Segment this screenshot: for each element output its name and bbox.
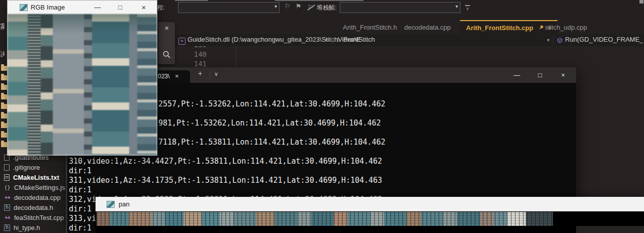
maximize-button[interactable]: □ [113,1,128,14]
window-corner [639,0,643,4]
breadcrumb-member[interactable]: Run(GD_VIDEO_FRAME_S in [565,36,643,43]
pan-window[interactable]: pan [96,197,644,233]
pan-window-titlebar[interactable]: pan [96,197,644,211]
rgb-window-titlebar[interactable]: RGB Image — □ × [8,1,157,15]
file-name: hi_type.h [14,224,40,231]
caret-down-icon[interactable]: ▾ [325,37,328,43]
chevron-down-icon[interactable]: ∨ [214,71,218,77]
line-number: 141 [190,60,207,68]
file-type-icon [4,204,10,211]
toolbar-overflow-icon[interactable]: ∨ [465,5,470,11]
breadcrumb-scope[interactable]: FrontStitch [343,36,375,43]
file-name: CMakeSettings.jso [14,184,65,191]
cpp-file-icon: + [178,37,186,45]
flag-filled-icon[interactable]: ⚑ [296,3,302,10]
tab-label: decodedata.cpp [404,24,451,31]
stack-frame-dropdown[interactable]: ▾ [340,2,461,13]
file-type-icon [4,174,10,181]
editor-tab[interactable]: stitch_udp.cpp × [539,20,593,34]
caret-down-icon[interactable]: ▾ [547,37,549,43]
close-icon[interactable]: × [158,24,175,32]
search-widget: × [158,22,175,64]
file-type-icon [4,214,11,221]
caret-down-icon[interactable]: ▾ [455,4,458,9]
line-number: 139 [190,46,207,49]
file-name: decodedata.cpp [14,194,61,201]
file-type-icon [4,164,10,171]
toolbar-edge [275,0,363,1]
file-item[interactable]: CMakeSettings.jso [4,182,65,192]
image-icon [20,4,28,11]
arrow-down-icon: ↓ [336,36,340,43]
caret-down-icon[interactable]: ▾ [274,4,277,9]
code-line: LOG_INFO("Init pan w:{} h:{}", _panPara.… [259,50,622,68]
editor-tab[interactable]: decodedata.cpp × [398,20,457,34]
file-name: decodedata.h [14,204,53,211]
clipped-label: 决 [0,50,5,59]
pan-window-edge [576,226,644,233]
file-name: .gitignore [13,164,40,171]
maximize-button[interactable]: □ [529,67,550,83]
code-editor[interactable]: 139 140 141 LOG_INFO("Init pan w:{} h:{}… [174,46,644,68]
file-type-icon [4,224,10,231]
clipped-label: 案 [0,22,5,31]
line-number: 140 [190,50,207,58]
editor-tab[interactable]: Arith_FrontStitch.h × [337,20,403,34]
pan-image-canvas [97,212,553,226]
method-cube-icon [557,37,563,45]
tab-label: stitch_udp.cpp [545,24,587,31]
file-item[interactable]: CMakeLists.txt [4,172,65,182]
close-button[interactable]: × [136,1,151,14]
flag-disabled-icon[interactable]: ⚐ [308,4,314,11]
file-item[interactable]: .gitignore [4,162,65,172]
terminal-tab-label: 023\ [158,73,169,80]
pan-window-title: pan [119,200,130,208]
minimize-button[interactable]: — [506,67,527,83]
image-icon [107,201,115,208]
file-item[interactable]: feaStitchTest.cpp [4,212,65,222]
new-tab-icon[interactable]: + [198,69,202,77]
tab-label: Arith_FrontStitch.cpp [466,24,533,32]
screen: 线程: ▾ ⚐ ⚑ ⚐ 堆栈帧: ▾ ∨ Arith_FrontStitch.h… [0,0,644,233]
minimize-button[interactable]: — [90,1,105,14]
flag-outline-icon[interactable]: ⚐ [285,3,291,10]
rgb-window-title: RGB Image [31,4,65,11]
file-type-icon [4,194,11,201]
stack-frame-label: 堆栈帧: [317,4,336,12]
divider [210,71,210,79]
close-icon[interactable]: × [175,72,179,80]
breadcrumb-project[interactable]: GuideStitch.dll (D:\wangchongwu_gitea_20… [188,36,360,43]
breadcrumb: + GuideStitch.dll (D:\wangchongwu_gitea_… [174,34,644,47]
divider [553,36,554,44]
rgb-image-canvas [8,14,157,155]
file-item[interactable]: hi_type.h [4,222,65,232]
thread-dropdown[interactable]: ▾ [178,2,280,13]
editor-tab-strip: Arith_FrontStitch.h × decodedata.cpp × A… [166,20,644,34]
rgb-image-window[interactable]: RGB Image — □ × [7,0,157,156]
divider [332,36,332,44]
indent-guide [236,46,236,68]
file-item[interactable]: decodedata.cpp [4,192,65,202]
file-type-icon [4,184,11,191]
toolbar-edge [175,0,208,1]
file-name: CMakeLists.txt [13,174,59,181]
file-item[interactable]: decodedata.h [4,202,65,212]
file-name: feaStitchTest.cpp [14,214,64,221]
close-button[interactable]: × [553,67,574,83]
tab-label: Arith_FrontStitch.h [343,24,397,31]
search-icon[interactable] [162,50,171,61]
